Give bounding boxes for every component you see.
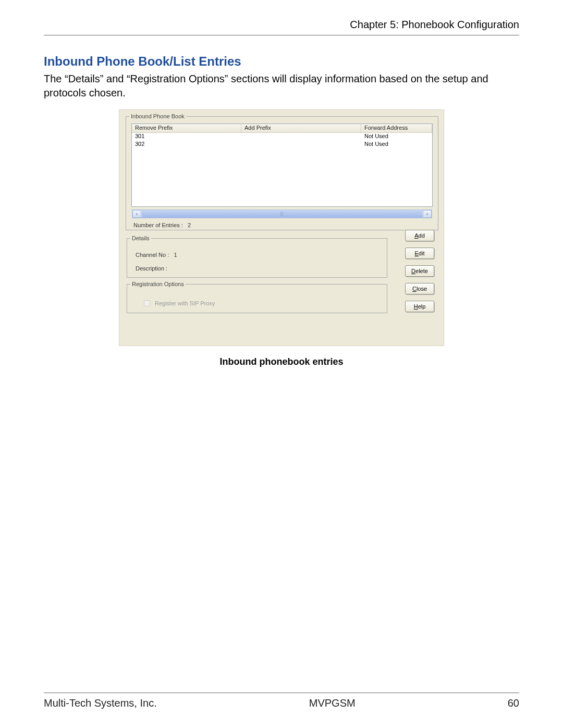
scroll-thumb-grip-icon — [280, 212, 284, 216]
entries-label: Number of Entries : — [133, 222, 183, 228]
horizontal-scrollbar[interactable]: ‹ › — [132, 209, 432, 218]
footer-page-number: 60 — [508, 697, 519, 709]
details-groupbox: Details Channel No : 1 Description : — [127, 235, 387, 278]
edit-button[interactable]: Edit — [405, 248, 434, 259]
scroll-track[interactable] — [142, 210, 422, 218]
delete-button[interactable]: Delete — [405, 265, 434, 277]
cell-remove: 302 — [132, 141, 241, 149]
phonebook-legend: Inbound Phone Book — [129, 113, 186, 119]
cell-forward: Not Used — [361, 141, 432, 149]
table-row[interactable]: 301 Not Used — [132, 133, 432, 141]
inbound-phonebook-dialog: Inbound Phone Book Remove Prefix Add Pre… — [119, 109, 444, 346]
description-label: Description : — [136, 265, 167, 272]
listview-header: Remove Prefix Add Prefix Forward Address — [132, 124, 432, 133]
footer-company: Multi-Tech Systems, Inc. — [44, 697, 157, 709]
cell-add — [241, 141, 361, 149]
channel-no-value: 1 — [174, 252, 177, 258]
scroll-left-icon[interactable]: ‹ — [132, 210, 141, 218]
register-sip-label: Register with SIP Proxy — [155, 300, 215, 306]
scroll-right-icon[interactable]: › — [423, 210, 432, 218]
phonebook-groupbox: Inbound Phone Book Remove Prefix Add Pre… — [126, 113, 438, 230]
figure-caption: Inbound phonebook entries — [44, 356, 519, 367]
add-button[interactable]: Add — [405, 230, 434, 241]
page-footer: Multi-Tech Systems, Inc. MVPGSM 60 — [44, 693, 519, 709]
intro-paragraph: The “Details” and “Registration Options”… — [44, 72, 519, 100]
entries-value: 2 — [188, 222, 191, 228]
dialog-buttons: Add Edit Delete Close Help — [405, 230, 434, 312]
cell-remove: 301 — [132, 133, 241, 141]
column-remove-prefix[interactable]: Remove Prefix — [132, 124, 241, 132]
column-forward-address[interactable]: Forward Address — [361, 124, 432, 132]
channel-no-label: Channel No : — [136, 252, 169, 258]
registration-options-groupbox: Registration Options Register with SIP P… — [127, 281, 387, 313]
cell-forward: Not Used — [361, 133, 432, 141]
chapter-header: Chapter 5: Phonebook Configuration — [44, 19, 519, 35]
registration-options-legend: Registration Options — [130, 281, 186, 287]
column-add-prefix[interactable]: Add Prefix — [241, 124, 361, 132]
section-title: Inbound Phone Book/List Entries — [44, 54, 519, 69]
cell-add — [241, 133, 361, 141]
phonebook-listview[interactable]: Remove Prefix Add Prefix Forward Address… — [131, 124, 433, 207]
close-button[interactable]: Close — [405, 283, 434, 294]
details-legend: Details — [130, 235, 151, 241]
table-row[interactable]: 302 Not Used — [132, 141, 432, 149]
entries-count: Number of Entries : 2 — [133, 222, 191, 228]
footer-product: MVPGSM — [309, 697, 356, 709]
help-button[interactable]: Help — [405, 301, 434, 312]
register-sip-checkbox-input[interactable] — [144, 300, 150, 306]
register-sip-checkbox[interactable]: Register with SIP Proxy — [142, 299, 215, 308]
